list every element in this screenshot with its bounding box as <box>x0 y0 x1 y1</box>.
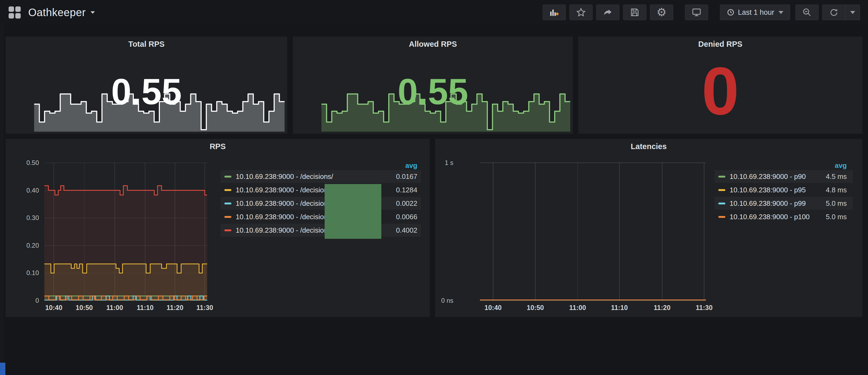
y-tick-label: 0 ns <box>441 297 453 304</box>
panel-title[interactable]: Allowed RPS <box>293 40 573 49</box>
x-tick-label: 10:50 <box>75 304 93 312</box>
stat-value: 0.55 <box>6 73 287 110</box>
legend-row: 10.10.69.238:9000 - /decisions/0.0022 <box>221 197 421 210</box>
legend-avg-header[interactable]: avg <box>715 161 853 170</box>
panel-title[interactable]: Latencies <box>435 142 862 151</box>
series-avg-value: 4.8 ms <box>826 186 847 194</box>
panel-peek-bottom <box>0 363 5 375</box>
stat-value: 0 <box>578 58 862 125</box>
series-name[interactable]: 10.10.69.238:9000 - p100 <box>730 213 826 221</box>
legend: 10.10.69.238:9000 - p904.5 ms10.10.69.23… <box>715 170 853 223</box>
legend-row: 10.10.69.238:9000 - p954.8 ms <box>715 184 853 196</box>
series-avg-value: 0.1284 <box>396 186 417 194</box>
save-dashboard-button[interactable] <box>623 5 646 20</box>
legend: 10.10.69.238:9000 - /decisions/0.016710.… <box>221 170 421 237</box>
time-range-caret-icon <box>778 11 783 14</box>
x-tick-label: 11:20 <box>166 304 184 312</box>
refresh-interval-dropdown[interactable] <box>845 5 860 20</box>
x-tick-label: 11:10 <box>137 304 154 312</box>
series-name[interactable]: 10.10.69.238:9000 - p90 <box>730 173 826 181</box>
selection-overlay <box>324 184 381 239</box>
x-tick-label: 11:30 <box>196 304 213 312</box>
panel-total-rps: Total RPS 0.55 <box>6 36 287 134</box>
legend-row: 10.10.69.238:9000 - /decisions/0.1284 <box>221 184 421 196</box>
series-name[interactable]: 10.10.69.238:9000 - p95 <box>730 186 826 194</box>
series-avg-value: 0.0167 <box>396 173 417 181</box>
x-tick-label: 10:50 <box>527 304 544 312</box>
series-color-icon[interactable] <box>224 202 231 205</box>
refresh-icon <box>829 7 839 18</box>
grid-square <box>15 13 21 19</box>
time-range-label: Last 1 hour <box>738 8 774 17</box>
panel-title[interactable]: RPS <box>6 142 430 151</box>
series-name[interactable]: 10.10.69.238:9000 - p99 <box>730 199 826 208</box>
y-tick-label: 1 s <box>445 159 453 166</box>
series-avg-value: 0.4002 <box>396 226 417 235</box>
zoom-out-icon <box>802 7 812 18</box>
legend-row: 10.10.69.238:9000 - /decisions/0.4002 <box>221 224 421 237</box>
refresh-caret-icon <box>850 11 855 14</box>
y-tick-label: 0.50 <box>26 159 39 166</box>
panel-title[interactable]: Denied RPS <box>578 40 862 49</box>
legend-row: 10.10.69.238:9000 - p904.5 ms <box>715 170 853 183</box>
series-avg-value: 4.5 ms <box>826 173 847 181</box>
legend-row: 10.10.69.238:9000 - /decisions/0.0167 <box>221 170 421 183</box>
dashboard-settings-button[interactable]: ⚙ <box>650 5 673 20</box>
clock-icon <box>727 8 735 17</box>
series-color-icon[interactable] <box>718 189 725 191</box>
cycle-view-button[interactable] <box>685 5 708 20</box>
x-tick-label: 11:00 <box>569 304 586 312</box>
series-color-icon[interactable] <box>224 176 231 178</box>
panel-title[interactable]: Total RPS <box>6 40 287 49</box>
star-icon <box>576 7 586 18</box>
series-color-icon[interactable] <box>718 176 725 178</box>
save-icon <box>630 7 640 18</box>
series-name[interactable]: 10.10.69.238:9000 - /decisions/ <box>236 173 396 181</box>
y-tick-label: 0.20 <box>26 242 39 249</box>
legend-avg-header[interactable]: avg <box>221 161 421 170</box>
monitor-icon <box>691 7 702 18</box>
series-avg-value: 0.0066 <box>396 213 417 221</box>
mark-favorite-button[interactable] <box>569 5 593 20</box>
series-color-icon[interactable] <box>224 229 231 231</box>
panel-latencies-graph: Latencies avg 10.10.69.238:9000 - p904.5… <box>435 139 862 317</box>
rps-plot-area[interactable] <box>44 163 207 301</box>
x-tick-label: 10:40 <box>45 304 62 312</box>
series-avg-value: 5.0 ms <box>826 199 847 208</box>
panel-denied-rps: Denied RPS 0 <box>578 36 862 134</box>
refresh-button[interactable] <box>822 5 845 20</box>
add-panel-button[interactable] <box>542 5 566 20</box>
series-avg-value: 0.0022 <box>396 199 417 208</box>
x-tick-label: 11:20 <box>654 304 671 312</box>
share-dashboard-button[interactable] <box>596 5 619 20</box>
collapsed-sidebar-strip <box>0 25 4 375</box>
gear-icon: ⚙ <box>656 7 667 18</box>
share-icon <box>603 7 613 18</box>
legend-row: 10.10.69.238:9000 - /decisions/0.0066 <box>221 210 421 223</box>
top-navbar: Oathkeeper <box>0 0 868 25</box>
dashboard-title-caret-icon[interactable] <box>91 11 95 14</box>
grid-square <box>9 13 14 19</box>
time-range-picker[interactable]: Last 1 hour <box>720 5 790 20</box>
dashboards-grid-icon[interactable] <box>9 6 21 19</box>
series-color-icon[interactable] <box>224 189 231 191</box>
add-panel-icon <box>549 7 559 18</box>
zoom-out-button[interactable] <box>796 5 818 20</box>
dashboard-title[interactable]: Oathkeeper <box>28 6 86 19</box>
series-avg-value: 5.0 ms <box>826 213 847 221</box>
latencies-plot-area[interactable] <box>480 163 706 301</box>
grid-square <box>9 6 14 12</box>
series-color-icon[interactable] <box>224 216 231 218</box>
legend-row: 10.10.69.238:9000 - p1005.0 ms <box>715 210 853 223</box>
panel-rps-graph: RPS avg 10.10.69.238:9000 - /decisions/0… <box>6 139 430 317</box>
series-color-icon[interactable] <box>718 202 725 205</box>
x-tick-label: 11:00 <box>106 304 123 312</box>
series-color-icon[interactable] <box>718 216 725 218</box>
y-tick-label: 0 <box>35 297 39 304</box>
panel-allowed-rps: Allowed RPS 0.55 <box>293 36 573 134</box>
x-tick-label: 11:10 <box>611 304 628 312</box>
y-tick-label: 0.10 <box>26 269 39 277</box>
x-tick-label: 10:40 <box>485 304 502 312</box>
legend-row: 10.10.69.238:9000 - p995.0 ms <box>715 197 853 210</box>
refresh-button-group <box>822 5 860 20</box>
